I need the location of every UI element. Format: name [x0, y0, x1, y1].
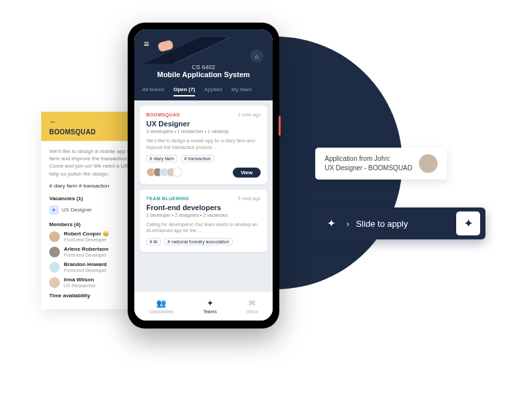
member-avatars — [146, 168, 182, 177]
people-icon: 👥 — [156, 299, 166, 308]
tab-all-teams[interactable]: All teams — [142, 86, 164, 96]
card-tags: # AI # national forestry association — [146, 238, 261, 245]
slider-handle[interactable]: ✦ — [456, 211, 480, 235]
team-meta: 1 developer • 2 designers • 2 vacancies — [146, 213, 261, 217]
puzzle-icon: ✦ — [207, 299, 213, 308]
member-role: Front-end Developer — [64, 268, 106, 273]
crown-icon: 👑 — [102, 231, 109, 237]
team-feed: BOOMSQUAD 2 mins ago UX Designer 3 devel… — [134, 100, 273, 291]
avatar — [49, 231, 60, 242]
puzzle-icon: ✦ — [49, 205, 59, 215]
card-tags: # diary farm # transaction — [146, 155, 261, 162]
notification-title: Application from John: — [325, 154, 412, 164]
team-name: BOOMSQUAD — [146, 112, 180, 117]
tag: # diary farm — [146, 155, 178, 162]
view-button[interactable]: View — [233, 168, 261, 178]
job-title: UX Designer — [146, 120, 261, 128]
tag: # national forestry association — [164, 238, 233, 245]
member-role: Front-end Developer — [64, 253, 108, 257]
phone-frame: ≡ ⌕ CS 6402 Mobile Application System Al… — [128, 23, 279, 329]
nav-teams[interactable]: ✦Teams — [203, 299, 217, 314]
tag: # transaction — [181, 155, 214, 162]
slide-to-apply[interactable]: ✦ › Slide to apply ✦ — [315, 207, 485, 239]
team-card[interactable]: BOOMSQUAD 2 mins ago UX Designer 3 devel… — [140, 106, 267, 184]
nav-classmates[interactable]: 👥Classmates — [149, 299, 174, 314]
slider-label: Slide to apply — [356, 219, 456, 229]
tab-my-team[interactable]: My team — [231, 86, 252, 96]
team-meta: 3 developers • 1 researcher • 1 vacancy — [146, 129, 261, 134]
notification-bubble[interactable]: Application from John: UX Designer - BOO… — [315, 148, 447, 180]
tab-applied[interactable]: Applied — [204, 86, 222, 96]
power-button — [279, 116, 281, 136]
member-name: Arlene Robertson — [64, 247, 108, 253]
team-name: TEAM BLUEMING — [146, 196, 189, 201]
member-name: Robert Cooper — [64, 231, 101, 237]
nav-label: Inbox — [247, 309, 258, 314]
course-code: CS 6402 — [142, 64, 265, 70]
job-title: Front-end developers — [146, 203, 261, 211]
app-header: ≡ ⌕ CS 6402 Mobile Application System Al… — [134, 29, 273, 100]
nav-label: Teams — [203, 309, 217, 314]
avatar — [49, 277, 60, 288]
bottom-nav: 👥Classmates ✦Teams ✉Inbox — [134, 291, 273, 321]
course-title: Mobile Application System — [142, 70, 265, 78]
tab-bar: All teams Open (7) Applied My team — [142, 86, 265, 100]
nav-inbox[interactable]: ✉Inbox — [247, 299, 258, 314]
posted-time: 5 mins ago — [238, 196, 261, 201]
avatar — [49, 247, 60, 257]
posted-time: 2 mins ago — [238, 112, 261, 117]
card-description: We'd like to design a mobile app for a d… — [146, 138, 261, 151]
card-description: Calling for developers!! Our team wants … — [146, 221, 261, 235]
member-name: Brandon Howard — [64, 262, 106, 268]
team-card[interactable]: TEAM BLUEMING 5 mins ago Front-end devel… — [140, 190, 267, 253]
member-role: Front-end Developer — [64, 237, 109, 242]
search-icon[interactable]: ⌕ — [250, 49, 263, 63]
header-illustration — [142, 37, 265, 64]
avatar — [419, 154, 438, 173]
member-role: UX Researcher — [64, 283, 96, 288]
tab-open[interactable]: Open (7) — [174, 86, 195, 96]
mail-icon: ✉ — [249, 299, 255, 308]
phone-screen: ≡ ⌕ CS 6402 Mobile Application System Al… — [134, 29, 273, 321]
tag: # AI — [146, 238, 161, 245]
chevron-right-icon: › — [346, 219, 349, 229]
nav-label: Classmates — [149, 309, 174, 314]
notification-body: UX Designer - BOOMSQUAD — [325, 164, 412, 173]
vacancy-role: UX Designer — [62, 207, 92, 213]
member-name: Irma Wilson — [64, 277, 96, 283]
avatar — [49, 262, 60, 273]
puzzle-icon: ✦ — [327, 217, 336, 229]
